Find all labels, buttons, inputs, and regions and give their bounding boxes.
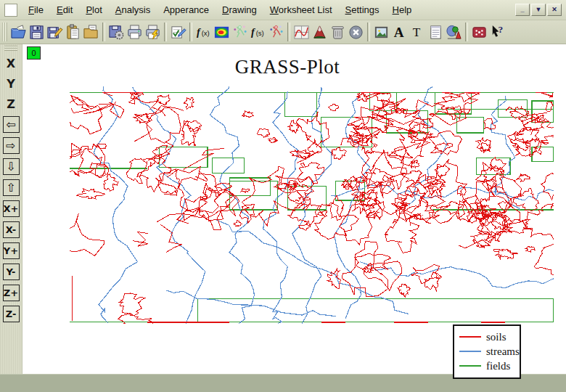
grid-red-icon [471, 24, 488, 41]
soil-contour [342, 181, 350, 189]
menu-worksheet-list[interactable]: Worksheet List [263, 2, 339, 17]
worksheet-check-icon [170, 24, 186, 41]
z-zoom-in-button[interactable]: Z+ [3, 285, 20, 301]
quick-print-button[interactable] [144, 23, 162, 41]
scene-button[interactable] [445, 23, 463, 41]
soil-contour [147, 107, 181, 143]
open-button[interactable] [9, 23, 28, 41]
menu-apperance[interactable]: Apperance [157, 2, 216, 17]
text-label-button[interactable]: T [409, 23, 427, 41]
surface-plot-button[interactable] [311, 23, 329, 41]
printer-flash-icon [144, 24, 161, 41]
soil-contour [475, 138, 491, 150]
scatter-2d-button[interactable] [231, 23, 249, 41]
scatter-3d-button[interactable] [267, 23, 285, 41]
field-rect [229, 178, 271, 195]
shade-button[interactable]: ▼ [531, 4, 546, 16]
plot-window-button[interactable] [292, 23, 311, 41]
soil-contour [363, 264, 374, 273]
soil-contour [289, 121, 300, 134]
close-plot-button[interactable] [347, 23, 365, 41]
worksheet-button[interactable] [169, 23, 187, 41]
axis-y-tool[interactable]: Y [7, 73, 15, 94]
pan-right-button[interactable]: ⇨ [3, 137, 20, 154]
axis-x-tool[interactable]: X [7, 53, 15, 73]
field-rect [285, 93, 316, 117]
soil-contour [546, 102, 554, 111]
save-settings-button[interactable] [107, 23, 126, 41]
x-zoom-out-button[interactable]: X- [3, 221, 20, 238]
soil-contour [234, 220, 242, 226]
contour-plot-button[interactable] [213, 23, 231, 41]
insert-image-button[interactable] [372, 23, 390, 41]
delete-button[interactable] [329, 23, 347, 41]
menu-help[interactable]: Help [386, 2, 419, 17]
soil-contour [327, 268, 341, 288]
soil-contour [428, 131, 462, 155]
print-button[interactable] [126, 23, 144, 41]
close-button[interactable]: ✕ [547, 4, 562, 16]
svg-text:A: A [394, 25, 404, 40]
soil-contour [525, 246, 535, 253]
menu-analysis[interactable]: Analysis [109, 2, 157, 17]
menu-edit[interactable]: Edit [50, 2, 79, 17]
soil-contour [484, 118, 496, 129]
trash-icon [329, 24, 346, 41]
toolbar: f(x)f(s)AT? [0, 20, 566, 44]
font-a-icon: A [391, 24, 408, 41]
text-t-icon: T [409, 24, 426, 41]
save-settings-icon [108, 24, 125, 41]
stream-line [166, 290, 336, 317]
minimize-button[interactable]: _ [515, 4, 530, 16]
window-menu-icon[interactable] [4, 4, 17, 17]
legend-line-soils [459, 336, 481, 338]
function-3d-button[interactable]: f(s) [249, 23, 267, 41]
menu-settings[interactable]: Settings [339, 2, 386, 17]
field-rect [198, 298, 554, 322]
legend-line-streams [459, 351, 481, 352]
notes-button[interactable] [427, 23, 445, 41]
soil-contour [541, 173, 554, 200]
font-button[interactable]: A [390, 23, 409, 41]
toolbar-separator [102, 23, 105, 41]
axis-z-tool[interactable]: Z [7, 94, 15, 114]
soil-contour [70, 146, 104, 176]
soil-contour [418, 160, 467, 224]
z-zoom-out-button[interactable]: Z- [3, 306, 20, 322]
toolbar-separator [189, 23, 192, 41]
notes-icon [427, 24, 444, 41]
function-2d-button[interactable]: f(x) [194, 23, 213, 41]
soil-contour [534, 242, 554, 277]
menu-plot[interactable]: Plot [79, 2, 108, 17]
whats-this-button[interactable]: ? [488, 23, 506, 41]
import-document-button[interactable] [82, 23, 100, 41]
legend-label: fields [486, 360, 510, 372]
y-zoom-in-button[interactable]: Y+ [3, 242, 20, 259]
toolbar-grip[interactable] [2, 23, 7, 41]
soil-contour [157, 208, 200, 224]
soil-contour [181, 121, 199, 146]
pan-down-button[interactable]: ⇩ [3, 158, 20, 175]
menu-drawing[interactable]: Drawing [216, 2, 263, 17]
soil-contour [70, 213, 104, 256]
legend-label: soils [486, 331, 506, 343]
soil-contour [258, 128, 270, 137]
layout-grid-button[interactable] [470, 23, 488, 41]
save-button[interactable] [28, 23, 46, 41]
toolbar-separator [465, 23, 468, 41]
pan-up-button[interactable]: ⇧ [3, 179, 20, 196]
save-as-button[interactable] [46, 23, 64, 41]
pan-left-button[interactable]: ⇦ [3, 116, 20, 133]
open-folder-icon [10, 24, 27, 41]
paste-button[interactable] [64, 23, 82, 41]
sidebar-grip[interactable] [4, 46, 17, 51]
x-zoom-in-button[interactable]: X+ [3, 200, 20, 217]
map-plot-area[interactable] [70, 86, 554, 324]
y-zoom-out-button[interactable]: Y- [3, 264, 20, 280]
soil-contour [268, 137, 277, 143]
app-window: FileEditPlotAnalysisApperanceDrawingWork… [0, 0, 566, 392]
map-plot-svg[interactable] [70, 86, 554, 324]
soil-contour [398, 284, 410, 297]
menu-file[interactable]: File [22, 2, 50, 17]
soil-contour [434, 92, 477, 114]
